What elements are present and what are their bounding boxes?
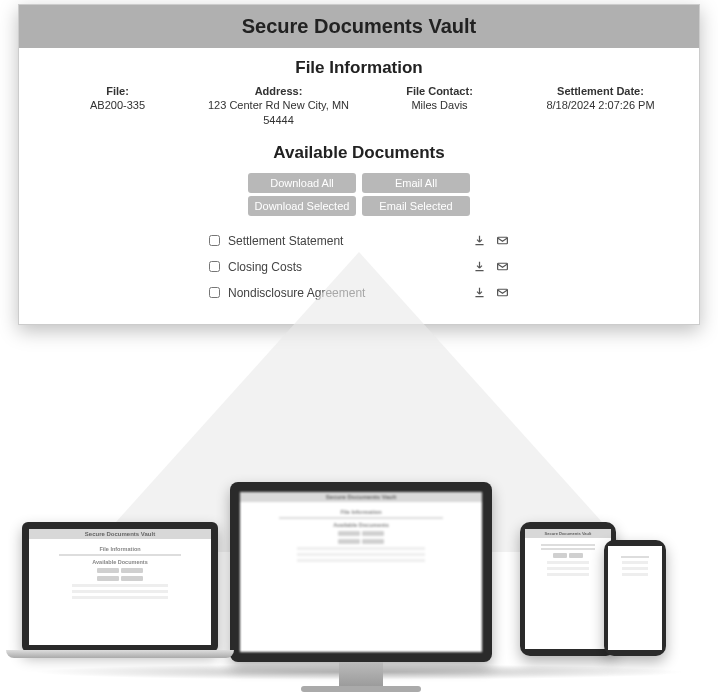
- contact-value: Miles Davis: [411, 99, 467, 111]
- tablet-mockup: Secure Documents Vault: [520, 522, 616, 656]
- email-icon[interactable]: [496, 234, 509, 247]
- phone-mockup: [604, 540, 666, 656]
- file-value: AB200-335: [90, 99, 145, 111]
- mini-title: Secure Documents Vault: [29, 529, 211, 539]
- mini-title: Secure Documents Vault: [525, 529, 611, 538]
- document-row: Settlement Statement: [209, 228, 509, 254]
- desktop-mockup: Secure Documents Vault File Information …: [230, 482, 492, 662]
- mini-file-info: File Information: [33, 546, 207, 552]
- address-value: 123 Center Rd New City, MN 54444: [208, 99, 349, 125]
- settlement-label: Settlement Date:: [520, 84, 681, 98]
- mini-avail: Available Documents: [244, 522, 478, 528]
- svg-rect-0: [498, 238, 508, 245]
- address: Address: 123 Center Rd New City, MN 5444…: [198, 84, 359, 127]
- settlement-date: Settlement Date: 8/18/2024 2:07:26 PM: [520, 84, 681, 113]
- file-number: File: AB200-335: [37, 84, 198, 113]
- document-checkbox[interactable]: [209, 235, 220, 246]
- email-selected-button[interactable]: Email Selected: [362, 196, 470, 216]
- laptop-mockup: Secure Documents Vault File Information …: [22, 522, 218, 652]
- document-name: Settlement Statement: [228, 234, 473, 248]
- settlement-value: 8/18/2024 2:07:26 PM: [546, 99, 654, 111]
- download-all-button[interactable]: Download All: [248, 173, 356, 193]
- action-buttons: Download All Email All Download Selected…: [19, 169, 699, 228]
- download-icon[interactable]: [473, 234, 486, 247]
- available-docs-heading: Available Documents: [19, 133, 699, 169]
- mini-avail: Available Documents: [33, 559, 207, 565]
- file-label: File:: [37, 84, 198, 98]
- file-info-row: File: AB200-335 Address: 123 Center Rd N…: [19, 84, 699, 133]
- device-mockups: Secure Documents Vault File Information …: [0, 312, 718, 692]
- file-contact: File Contact: Miles Davis: [359, 84, 520, 113]
- download-selected-button[interactable]: Download Selected: [248, 196, 356, 216]
- mini-title: Secure Documents Vault: [240, 492, 482, 502]
- contact-label: File Contact:: [359, 84, 520, 98]
- app-title: Secure Documents Vault: [19, 5, 699, 48]
- email-all-button[interactable]: Email All: [362, 173, 470, 193]
- address-label: Address:: [198, 84, 359, 98]
- mini-file-info: File Information: [244, 509, 478, 515]
- file-info-heading: File Information: [19, 48, 699, 84]
